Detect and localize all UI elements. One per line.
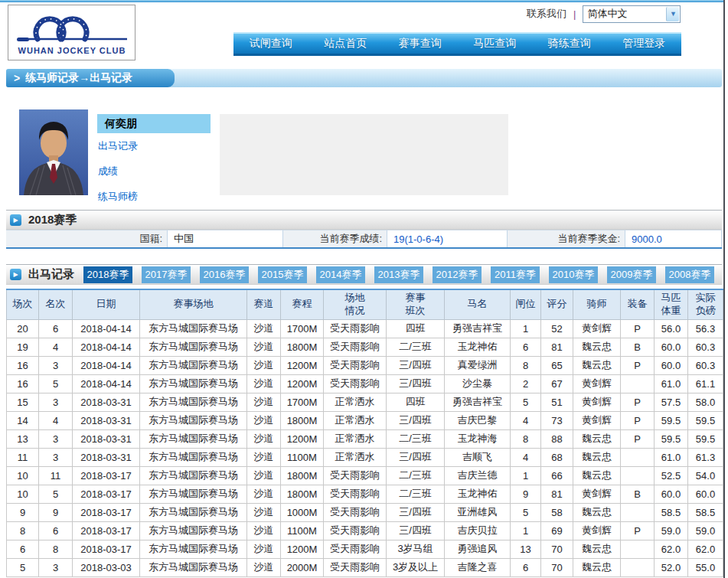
column-header: 赛事 班次 — [387, 289, 445, 319]
going-cell: 受天雨影响 — [324, 503, 387, 521]
actual-weight-cell: 56.3 — [688, 319, 723, 338]
class-cell: 三/四班 — [387, 521, 445, 540]
actual-weight-cell: 60.3 — [688, 338, 723, 356]
nav-item[interactable]: 马匹查询 — [458, 34, 533, 54]
logo: WUHAN JOCKEY CLUB — [8, 5, 135, 60]
horse-name-link[interactable]: 吉庆兰德 — [445, 466, 511, 485]
season-tab[interactable]: 2015赛季 — [258, 266, 307, 283]
race-number-link[interactable]: 15 — [7, 393, 39, 411]
race-number-link[interactable]: 16 — [7, 356, 39, 374]
jockey-link[interactable]: 黄剑辉 — [573, 393, 621, 411]
race-number-link[interactable]: 14 — [7, 411, 39, 429]
jockey-link[interactable]: 黄剑辉 — [573, 319, 621, 338]
jockey-link[interactable]: 魏云忠 — [573, 356, 621, 374]
season-tab[interactable]: 2011赛季 — [491, 266, 540, 283]
nav-item[interactable]: 站点首页 — [309, 34, 384, 54]
jockey-link[interactable]: 黄剑辉 — [573, 485, 621, 503]
horse-name-link[interactable]: 吉庆贝拉 — [445, 521, 511, 540]
language-select[interactable]: 简体中文 ▼ — [583, 5, 681, 23]
actual-weight-cell: 59.0 — [688, 521, 723, 540]
profile-menu-link[interactable]: 练马师榜 — [98, 190, 138, 204]
season-tab[interactable]: 2016赛季 — [200, 266, 249, 283]
race-number-link[interactable]: 5 — [7, 558, 39, 576]
nav-item[interactable]: 管理登录 — [607, 34, 682, 54]
track-cell: 沙道 — [247, 503, 281, 521]
profile-menu-link[interactable]: 出马记录 — [98, 139, 138, 153]
nav-item[interactable]: 赛事查询 — [383, 34, 458, 54]
horse-name-link[interactable]: 勇强吉祥宝 — [445, 319, 511, 338]
race-number-link[interactable]: 19 — [7, 338, 39, 356]
horse-name-link[interactable]: 亚洲雄风 — [445, 503, 511, 521]
race-number-link[interactable]: 8 — [7, 521, 39, 540]
contact-us-link[interactable]: 联系我们 — [527, 7, 566, 21]
class-cell: 二/三班 — [387, 485, 445, 503]
venue-cell: 东方马城国际赛马场 — [140, 338, 247, 356]
season-tab[interactable]: 2008赛季 — [665, 266, 714, 283]
jockey-link[interactable]: 魏云忠 — [573, 558, 621, 576]
gear-cell: P — [621, 429, 655, 448]
race-number-link[interactable]: 16 — [7, 374, 39, 393]
venue-cell: 东方马城国际赛马场 — [140, 521, 247, 540]
race-number-link[interactable]: 9 — [7, 503, 39, 521]
distance-cell: 1700M — [281, 393, 324, 411]
track-cell: 沙道 — [247, 374, 281, 393]
horse-name-link[interactable]: 沙尘暴 — [445, 374, 511, 393]
going-cell: 正常洒水 — [324, 411, 387, 429]
rank-cell: 5 — [39, 374, 73, 393]
draw-cell: 8 — [511, 429, 541, 448]
nav-item[interactable]: 试闸查询 — [233, 34, 309, 54]
rank-cell: 4 — [39, 411, 73, 429]
going-cell: 受天雨影响 — [324, 521, 387, 540]
language-selected-value: 简体中文 — [587, 7, 627, 21]
horse-name-link[interactable]: 吉隆之喜 — [445, 558, 511, 576]
track-cell: 沙道 — [247, 393, 281, 411]
horse-name-link[interactable]: 勇强追风 — [445, 540, 511, 558]
horse-name-link[interactable]: 吉顺飞 — [445, 448, 511, 466]
jockey-link[interactable]: 黄剑辉 — [573, 411, 621, 429]
season-tab[interactable]: 2013赛季 — [374, 266, 423, 283]
horse-name-link[interactable]: 玉龙神佑 — [445, 338, 511, 356]
jockey-link[interactable]: 魏云忠 — [573, 429, 621, 448]
gear-cell: B — [621, 485, 655, 503]
jockey-link[interactable]: 魏云忠 — [573, 503, 621, 521]
distance-cell: 1200M — [281, 374, 324, 393]
horse-name-link[interactable]: 吉庆巴黎 — [445, 411, 511, 429]
race-number-link[interactable]: 13 — [7, 429, 39, 448]
nav-item[interactable]: 骑练查询 — [532, 34, 607, 54]
horse-name-link[interactable]: 玉龙神佑 — [445, 485, 511, 503]
race-number-link[interactable]: 20 — [7, 319, 39, 338]
season-tab[interactable]: 2017赛季 — [142, 266, 191, 283]
column-header: 场地 情况 — [324, 289, 387, 319]
horseshoe-logo-icon: WUHAN JOCKEY CLUB — [14, 8, 130, 57]
race-number-link[interactable]: 10 — [7, 466, 39, 485]
race-number-link[interactable]: 11 — [7, 448, 39, 466]
race-number-link[interactable]: 10 — [7, 485, 39, 503]
race-number-link[interactable]: 6 — [7, 540, 39, 558]
season-tab[interactable]: 2014赛季 — [316, 266, 365, 283]
horse-name-link[interactable]: 玉龙神海 — [445, 429, 511, 448]
track-cell: 沙道 — [247, 558, 281, 576]
jockey-link[interactable]: 魏云忠 — [573, 338, 621, 356]
dropdown-arrow-icon[interactable]: ▼ — [666, 7, 679, 21]
horse-name-link[interactable]: 真爱绿洲 — [445, 356, 511, 374]
jockey-link[interactable]: 魏云忠 — [573, 540, 621, 558]
horse-name-link[interactable]: 勇强吉祥宝 — [445, 393, 511, 411]
season-tab[interactable]: 2012赛季 — [433, 266, 482, 283]
profile-menu-link[interactable]: 成绩 — [98, 165, 138, 178]
going-cell: 受天雨影响 — [324, 558, 387, 576]
jockey-link[interactable]: 黄剑辉 — [573, 374, 621, 393]
gear-cell: P — [621, 319, 655, 338]
season-tab[interactable]: 2010赛季 — [549, 266, 598, 283]
class-cell: 二/三班 — [387, 466, 445, 485]
table-body: 2062018-04-14东方马城国际赛马场沙道1700M受天雨影响四班勇强吉祥… — [7, 319, 723, 576]
breadcrumb-bar: > 练马师记录→出马记录 — [6, 69, 722, 87]
draw-cell: 5 — [511, 503, 541, 521]
season-tabs: 2018赛季2017赛季2016赛季2015赛季2014赛季2013赛季2012… — [83, 266, 714, 283]
season-tab[interactable]: 2018赛季 — [83, 266, 132, 283]
jockey-link[interactable]: 魏云忠 — [573, 448, 621, 466]
jockey-link[interactable]: 黄剑辉 — [573, 521, 621, 540]
rating-cell: 67 — [541, 374, 573, 393]
gear-cell — [621, 558, 655, 576]
season-tab[interactable]: 2009赛季 — [607, 266, 656, 283]
jockey-link[interactable]: 魏云忠 — [573, 466, 621, 485]
